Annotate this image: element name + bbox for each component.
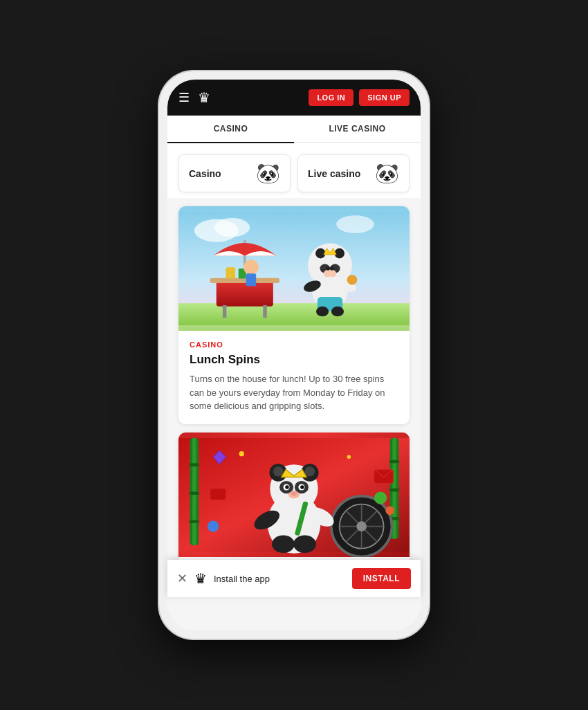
tab-live-casino[interactable]: LIVE CASINO [294, 116, 421, 142]
casino-category-card[interactable]: Casino 🐼 [178, 154, 291, 192]
svg-point-23 [330, 266, 333, 270]
svg-rect-7 [263, 305, 266, 318]
svg-rect-40 [389, 488, 400, 491]
svg-point-62 [291, 491, 297, 495]
phone-screen: ☰ ♛ LOG IN SIGN UP CASINO LIVE CASINO Ca… [167, 80, 421, 630]
svg-rect-4 [178, 303, 410, 325]
svg-point-29 [316, 307, 329, 317]
main-tabs: CASINO LIVE CASINO [167, 116, 421, 143]
category-row: Casino 🐼 Live casino 🐼 [167, 143, 421, 198]
svg-point-77 [347, 455, 351, 458]
svg-point-60 [300, 485, 304, 489]
header-buttons: LOG IN SIGN UP [309, 89, 410, 106]
svg-point-27 [347, 275, 358, 285]
svg-rect-33 [192, 437, 196, 545]
phone-frame: ☰ ♛ LOG IN SIGN UP CASINO LIVE CASINO Ca… [159, 71, 429, 639]
live-casino-card-label: Live casino [308, 168, 360, 179]
install-button[interactable]: INSTALL [352, 568, 411, 589]
svg-rect-34 [190, 463, 200, 466]
svg-rect-13 [246, 273, 257, 286]
svg-point-54 [305, 466, 315, 476]
crown-logo-icon: ♛ [198, 89, 210, 106]
promo-category-tag: CASINO [190, 340, 398, 349]
app-header: ☰ ♛ LOG IN SIGN UP [167, 80, 421, 116]
tab-casino[interactable]: CASINO [167, 116, 294, 142]
signup-button[interactable]: SIGN UP [359, 89, 410, 106]
promo-title: Lunch Spins [190, 353, 398, 367]
svg-point-59 [285, 485, 288, 489]
svg-rect-36 [190, 520, 200, 523]
svg-point-12 [244, 260, 259, 275]
lunch-spins-image [178, 206, 410, 331]
svg-point-22 [327, 266, 330, 270]
header-left: ☰ ♛ [178, 89, 210, 106]
svg-rect-5 [217, 281, 273, 307]
svg-point-66 [272, 535, 295, 553]
main-content: Casino 🐼 Live casino 🐼 [167, 143, 421, 630]
svg-point-67 [293, 535, 316, 553]
install-crown-icon: ♛ [194, 570, 207, 587]
svg-point-2 [214, 218, 250, 237]
install-close-icon[interactable]: ✕ [177, 571, 187, 586]
install-bar: ✕ ♛ Install the app INSTALL [167, 560, 421, 597]
svg-rect-35 [190, 491, 200, 495]
lunch-spins-bg [178, 206, 410, 331]
casino-promo-image-2 [178, 433, 410, 557]
live-casino-panda-icon: 🐼 [375, 162, 399, 185]
svg-point-21 [324, 269, 336, 278]
svg-rect-38 [392, 437, 396, 538]
install-app-text: Install the app [214, 574, 345, 584]
svg-point-74 [385, 506, 394, 515]
casino-promo-card-2[interactable]: CASINO [178, 433, 410, 576]
svg-rect-72 [210, 488, 226, 499]
svg-rect-39 [389, 459, 400, 463]
promo-description: Turns on the house for lunch! Up to 30 f… [190, 372, 398, 413]
svg-point-48 [356, 521, 367, 531]
svg-point-76 [239, 451, 244, 456]
svg-point-73 [374, 491, 387, 504]
svg-point-30 [331, 307, 344, 317]
casino-panda-icon: 🐼 [256, 162, 280, 185]
login-button[interactable]: LOG IN [309, 89, 353, 106]
svg-point-3 [336, 215, 374, 233]
lunch-spins-body: CASINO Lunch Spins Turns on the house fo… [178, 331, 410, 424]
svg-point-75 [208, 520, 219, 531]
casino-panda-bg [178, 433, 410, 557]
casino-card-label: Casino [189, 168, 221, 179]
svg-point-52 [273, 466, 284, 476]
hamburger-icon[interactable]: ☰ [178, 90, 190, 105]
svg-rect-10 [226, 267, 235, 278]
lunch-spins-promo-card[interactable]: CASINO Lunch Spins Turns on the house fo… [178, 206, 410, 424]
live-casino-category-card[interactable]: Live casino 🐼 [297, 154, 410, 192]
svg-rect-6 [223, 305, 226, 318]
